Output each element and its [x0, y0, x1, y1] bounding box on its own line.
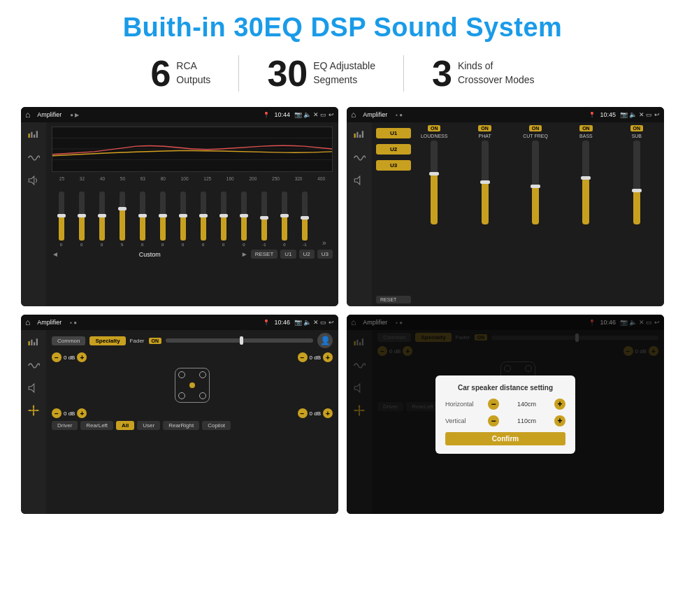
dialog-title: Car speaker distance setting — [445, 384, 565, 392]
u3-btn[interactable]: U3 — [317, 250, 333, 259]
sub-on[interactable]: ON — [630, 125, 644, 131]
u1-btn[interactable]: U1 — [280, 250, 296, 259]
all-btn[interactable]: All — [116, 421, 134, 430]
stat-text-eq: EQ AdjustableSegments — [313, 59, 375, 87]
expand-icon[interactable]: » — [322, 239, 326, 247]
car-diagram — [175, 368, 210, 403]
slider-11[interactable]: -1 — [261, 192, 267, 247]
slider-1[interactable]: 0 — [59, 192, 64, 247]
front-right-minus[interactable]: − — [298, 352, 308, 362]
crossover-speaker-icon[interactable] — [351, 174, 368, 187]
prev-arrow[interactable]: ◄ — [52, 250, 59, 258]
svg-rect-14 — [31, 340, 32, 345]
cutfreq-on[interactable]: ON — [529, 125, 542, 131]
front-right-plus[interactable]: + — [323, 352, 333, 362]
fader-title: Amplifier — [37, 319, 62, 326]
eq-time: 10:44 — [274, 111, 290, 118]
fader-status-icons: 📷 🔈 ✕ ▭ ↩ — [294, 319, 334, 326]
slider-9[interactable]: 0 — [221, 192, 226, 247]
specialty-tab[interactable]: Specialty — [89, 336, 125, 345]
cutfreq-slider[interactable] — [532, 141, 539, 224]
rear-right-minus[interactable]: − — [298, 408, 308, 418]
vertical-plus-btn[interactable]: + — [554, 415, 565, 427]
loudness-on[interactable]: ON — [428, 125, 441, 131]
wave-icon[interactable] — [25, 152, 42, 164]
slider-2[interactable]: 0 — [79, 192, 85, 247]
confirm-button[interactable]: Confirm — [445, 432, 565, 445]
front-right-db: − 0 dB + — [298, 352, 333, 362]
sliders-area: 0 0 0 5 — [52, 184, 333, 247]
bass-on[interactable]: ON — [579, 125, 593, 131]
front-left-minus[interactable]: − — [52, 352, 62, 362]
person-icon[interactable]: 👤 — [317, 333, 333, 348]
next-arrow[interactable]: ► — [241, 250, 248, 258]
rearright-btn[interactable]: RearRight — [163, 421, 199, 430]
bass-slider[interactable] — [582, 141, 589, 224]
copilot-btn[interactable]: Copilot — [202, 421, 231, 430]
rear-left-minus[interactable]: − — [52, 408, 62, 418]
fader-eq-icon[interactable] — [25, 337, 42, 350]
fader-h-track[interactable] — [166, 338, 313, 343]
slider-5[interactable]: 0 — [140, 192, 145, 247]
front-left-plus[interactable]: + — [77, 352, 87, 362]
speaker-tr — [199, 371, 206, 378]
stat-rca: 6 RCAOutputs — [122, 55, 239, 92]
u2-preset-btn[interactable]: U2 — [376, 144, 411, 155]
crossover-home-icon[interactable]: ⌂ — [351, 110, 356, 120]
crossover-title: Amplifier — [363, 111, 387, 118]
horizontal-plus-btn[interactable]: + — [554, 399, 565, 410]
svg-rect-3 — [36, 131, 38, 138]
svg-marker-4 — [29, 176, 34, 185]
rear-left-plus[interactable]: + — [77, 408, 87, 418]
slider-12[interactable]: 0 — [282, 192, 287, 247]
vertical-minus-btn[interactable]: − — [488, 415, 499, 427]
slider-10[interactable]: 0 — [241, 192, 247, 247]
rear-right-plus[interactable]: + — [323, 408, 333, 418]
driver-btn[interactable]: Driver — [52, 421, 78, 430]
eq-screen: ⌂ Amplifier ● ▶ 📍 10:44 📷 🔈 ✕ ▭ ↩ — [21, 107, 338, 306]
fader-status-bar: ⌂ Amplifier ▪ ● 📍 10:46 📷 🔈 ✕ ▭ ↩ — [21, 315, 338, 330]
phat-on[interactable]: ON — [478, 125, 491, 131]
vertical-label: Vertical — [445, 417, 484, 424]
common-tab[interactable]: Common — [52, 336, 85, 345]
svg-rect-1 — [31, 132, 32, 138]
slider-13[interactable]: -1 — [302, 192, 308, 247]
svg-rect-8 — [354, 134, 356, 138]
fader-home-icon[interactable]: ⌂ — [25, 317, 30, 327]
fader-wave-icon[interactable] — [25, 359, 42, 372]
loudness-slider[interactable] — [431, 141, 438, 224]
u1-preset-btn[interactable]: U1 — [376, 128, 411, 138]
slider-3[interactable]: 0 — [99, 192, 105, 247]
reset-btn[interactable]: RESET — [251, 250, 278, 259]
horizontal-minus-btn[interactable]: − — [488, 399, 499, 410]
user-btn[interactable]: User — [137, 421, 160, 430]
slider-8[interactable]: 0 — [201, 192, 206, 247]
slider-4[interactable]: 5 — [120, 192, 125, 247]
eq-icon[interactable] — [25, 129, 42, 142]
u3-preset-btn[interactable]: U3 — [376, 160, 411, 171]
slider-7[interactable]: 0 — [180, 192, 186, 247]
car-center — [189, 382, 195, 388]
u2-btn[interactable]: U2 — [299, 250, 315, 259]
speaker-layout: − 0 dB + − 0 dB + — [52, 352, 333, 418]
home-icon[interactable]: ⌂ — [25, 110, 30, 120]
eq-status-bar: ⌂ Amplifier ● ▶ 📍 10:44 📷 🔈 ✕ ▭ ↩ — [21, 107, 338, 122]
cross-reset-btn[interactable]: RESET — [376, 296, 411, 303]
fader-speaker-icon[interactable] — [25, 382, 42, 394]
crossover-screen: ⌂ Amplifier ▪ ● 📍 10:45 📷 🔈 ✕ ▭ ↩ — [347, 107, 664, 306]
fader-on-badge[interactable]: ON — [149, 338, 162, 344]
distance-dialog: Car speaker distance setting Horizontal … — [435, 375, 575, 454]
crossover-wave-icon[interactable] — [351, 152, 368, 164]
phat-label: PHAT — [479, 134, 491, 138]
crossover-eq-icon[interactable] — [351, 129, 368, 142]
slider-6[interactable]: 0 — [160, 192, 166, 247]
vertical-row: Vertical − 110cm + — [445, 415, 565, 427]
sub-slider[interactable] — [633, 141, 640, 224]
crossover-channels: ON LOUDNESS ON PHAT — [411, 125, 660, 303]
eq-sidebar — [21, 122, 46, 306]
fader-arrows-icon[interactable] — [25, 404, 42, 417]
speaker-icon[interactable] — [25, 174, 42, 187]
speaker-tl — [178, 371, 185, 378]
phat-slider[interactable] — [482, 141, 489, 224]
rearleft-btn[interactable]: RearLeft — [80, 421, 113, 430]
